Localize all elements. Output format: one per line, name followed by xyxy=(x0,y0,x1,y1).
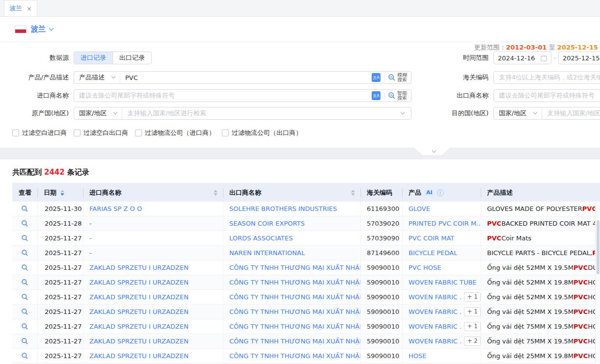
scrollbar-thumb[interactable] xyxy=(597,220,600,274)
view-cell xyxy=(12,275,38,289)
product-link[interactable]: PVC COIR MAT xyxy=(409,234,454,242)
product-more-badge[interactable]: + 1 xyxy=(464,307,481,316)
exporter-link[interactable]: LORDS ASSOCIATES xyxy=(229,234,293,242)
exporter-link[interactable]: CÔNG TY TNHH THƯƠNG MẠI XUẤT NHẬP... xyxy=(229,264,360,271)
product-link[interactable]: WOVEN FABRIC ... xyxy=(409,308,461,315)
chevron-down-icon[interactable] xyxy=(49,26,54,31)
date-from-input[interactable]: 2024-12-16 xyxy=(493,52,551,64)
importer-link[interactable]: ZAKLAD SPRZETU I URZADZEN xyxy=(89,338,189,345)
exporter-link[interactable]: NAREN INTERNATIONAL xyxy=(229,249,305,257)
checkbox-unchecked[interactable] xyxy=(12,130,19,136)
filter-checkbox[interactable]: 过滤空白进口商 xyxy=(12,129,67,137)
country-name[interactable]: 波兰 xyxy=(31,25,46,34)
chevron-down-icon xyxy=(432,149,436,153)
sort-control[interactable] xyxy=(60,190,64,196)
tab-poland[interactable]: 波兰 × xyxy=(4,0,37,16)
product-more-badge[interactable]: + 1 xyxy=(464,322,481,331)
exporter-link[interactable]: SOLEHRE BROTHERS INDUSTRIES xyxy=(229,205,337,212)
sort-control[interactable] xyxy=(214,190,218,196)
keyword-highlight: PVC xyxy=(573,323,588,330)
fuzzy-search-hint[interactable]: 模糊搜索 xyxy=(397,73,407,82)
description-text: Ống vải dệt 75MM X 19.5M xyxy=(487,323,573,330)
view-detail-icon[interactable] xyxy=(21,293,28,301)
chevron-down-icon[interactable] xyxy=(401,110,405,114)
translate-icon[interactable]: 文A xyxy=(372,91,381,100)
importer-input[interactable]: 建议去除公司尾部字符或特殊符号 xyxy=(74,91,372,100)
info-icon[interactable]: i xyxy=(437,189,444,196)
product-search-input[interactable]: PVC xyxy=(120,74,372,81)
product-more-badge[interactable]: + 2 xyxy=(464,337,481,346)
product-link[interactable]: PVC HOSE xyxy=(409,264,441,271)
view-detail-icon[interactable] xyxy=(21,249,28,257)
column-header-date[interactable]: 日期 xyxy=(38,183,83,202)
destination-input[interactable]: 支持输入国家/地区进行 xyxy=(542,109,600,118)
product-link[interactable]: WOVEN FABRIC ... xyxy=(409,338,461,345)
view-detail-icon[interactable] xyxy=(21,323,28,330)
origin-input[interactable]: 支持输入国家/地区进行检索 xyxy=(122,109,397,118)
filter-panel: 更新范围：2012-03-01 至 2025-12-15 数据源 进口记录 出口… xyxy=(0,42,600,148)
column-label: 进口商名称 xyxy=(89,188,121,197)
tab-export-records[interactable]: 出口记录 xyxy=(112,52,151,64)
exporter-link[interactable]: SEASON COIR EXPORTS xyxy=(229,220,304,227)
checkbox-unchecked[interactable] xyxy=(135,130,142,136)
importer-link[interactable]: ZAKLAD SPRZETU I URZADZEN xyxy=(89,323,189,330)
sort-control[interactable] xyxy=(351,190,355,196)
checkbox-unchecked[interactable] xyxy=(74,130,81,136)
importer-link[interactable]: ZAKLAD SPRZETU I URZADZEN xyxy=(89,279,189,286)
filter-checkbox[interactable]: 过滤物流公司（出口商） xyxy=(222,129,302,137)
column-header-exporter[interactable]: 出口商名称 xyxy=(223,183,361,202)
hs-code-input[interactable]: 支持4位以上海关编码，或2位海关编码加 xyxy=(494,73,600,82)
exporter-link[interactable]: CÔNG TY TNHH THƯƠNG MẠI XUẤT NHẬP... xyxy=(229,308,360,315)
view-detail-icon[interactable] xyxy=(21,264,28,271)
importer-cell: - xyxy=(83,246,223,260)
view-detail-icon[interactable] xyxy=(21,352,28,360)
filter-checkbox[interactable]: 过滤物流公司（进口商） xyxy=(135,129,215,137)
view-detail-icon[interactable] xyxy=(21,205,28,212)
view-detail-icon[interactable] xyxy=(21,279,28,286)
exporter-link[interactable]: CÔNG TY TNHH THƯƠNG MẠI XUẤT NHẬP... xyxy=(229,279,360,286)
importer-link[interactable]: FARIAS SP Z O O xyxy=(89,205,142,212)
tab-import-records[interactable]: 进口记录 xyxy=(74,52,112,64)
importer-link[interactable]: ZAKLAD SPRZETU I URZADZEN xyxy=(89,308,189,315)
view-detail-icon[interactable] xyxy=(21,308,28,315)
product-type-select[interactable]: 产品描述 xyxy=(74,72,120,83)
product-link[interactable]: HOSE xyxy=(409,352,426,360)
product-link[interactable]: BICYCLE PEDAL xyxy=(409,249,457,257)
product-more-badge[interactable]: + 1 xyxy=(464,292,481,302)
view-detail-icon[interactable] xyxy=(21,220,28,227)
product-link[interactable]: WOVEN FABRIC TUBE xyxy=(409,279,477,286)
smart-search-icon[interactable] xyxy=(388,92,396,100)
exporter-link[interactable]: CÔNG TY TNHH THƯƠNG MẠI XUẤT NHẬP... xyxy=(229,352,360,360)
importer-link[interactable]: ZAKLAD SPRZETU I URZADZEN xyxy=(89,352,189,360)
translate-icon[interactable]: 文A xyxy=(372,73,381,82)
product-link[interactable]: WOVEN FABRIC ... xyxy=(409,323,461,330)
smart-search-hint[interactable]: 智能搜索 xyxy=(397,91,407,101)
records-table: 查看 日期 进口商名称 出口商名称 海关编码 产品 AI i 产品描述 2025… xyxy=(12,183,600,364)
column-header-importer[interactable]: 进口商名称 xyxy=(83,183,223,202)
product-link[interactable]: GLOVE xyxy=(409,205,430,212)
exporter-link[interactable]: CÔNG TY TNHH THƯƠNG MẠI XUẤT NHẬP... xyxy=(229,323,360,330)
close-icon[interactable]: × xyxy=(27,5,32,12)
date-to-input[interactable]: 2025-12-15 xyxy=(558,52,600,64)
exporter-input[interactable]: 建议去除公司尾部字符或特殊符号 xyxy=(494,91,600,100)
product-link[interactable]: WOVEN FABRIC ... xyxy=(409,293,461,301)
importer-link[interactable]: ZAKLAD SPRZETU I URZADZEN xyxy=(89,264,189,271)
view-detail-icon[interactable] xyxy=(21,338,28,345)
column-header-description: 产品描述 xyxy=(481,183,600,202)
origin-type-select[interactable]: 国家/地区 xyxy=(74,107,122,119)
vertical-scrollbar[interactable] xyxy=(595,202,600,364)
product-link[interactable]: PRINTED PVC COIR M... xyxy=(409,220,481,227)
description-cell: Ống vải dệt 52MM X 19.5M PVC HOS... xyxy=(481,290,600,304)
importer-link[interactable]: ZAKLAD SPRZETU I URZADZEN xyxy=(89,293,189,301)
exporter-link[interactable]: CÔNG TY TNHH THƯƠNG MẠI XUẤT NHẬP... xyxy=(229,293,360,301)
view-detail-icon[interactable] xyxy=(21,234,28,242)
fuzzy-search-icon[interactable] xyxy=(388,74,396,81)
filter-checkbox[interactable]: 过滤空白出口商 xyxy=(74,129,128,137)
importer-link: - xyxy=(89,249,92,257)
checkbox-unchecked[interactable] xyxy=(222,130,229,136)
exporter-link[interactable]: CÔNG TY TNHH THƯƠNG MẠI XUẤT NHẬP... xyxy=(229,338,360,345)
destination-type-select[interactable]: 国家/地区 xyxy=(494,107,542,119)
destination-field: 国家/地区 支持输入国家/地区进行 xyxy=(493,107,600,120)
table-header: 查看 日期 进口商名称 出口商名称 海关编码 产品 AI i 产品描述 xyxy=(12,183,600,202)
hs-code-field: 支持4位以上海关编码，或2位海关编码加 xyxy=(493,71,600,84)
